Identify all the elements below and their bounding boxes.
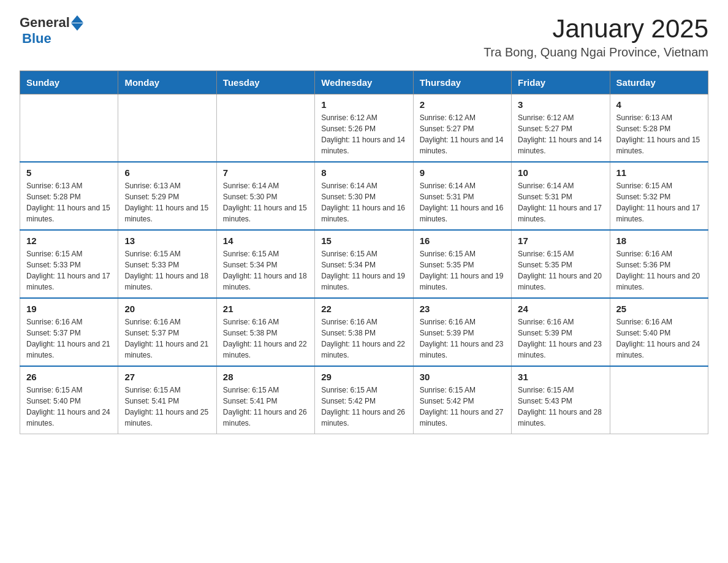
day-number: 10 bbox=[518, 167, 603, 178]
day-number: 23 bbox=[420, 304, 505, 314]
day-info: Sunrise: 6:15 AM Sunset: 5:33 PM Dayligh… bbox=[124, 248, 210, 293]
calendar-cell: 17Sunrise: 6:15 AM Sunset: 5:35 PM Dayli… bbox=[512, 230, 610, 298]
day-number: 1 bbox=[321, 99, 406, 110]
calendar-cell: 6Sunrise: 6:13 AM Sunset: 5:29 PM Daylig… bbox=[118, 162, 216, 230]
day-info: Sunrise: 6:16 AM Sunset: 5:40 PM Dayligh… bbox=[616, 316, 702, 361]
day-info: Sunrise: 6:13 AM Sunset: 5:28 PM Dayligh… bbox=[616, 112, 702, 156]
calendar-cell: 30Sunrise: 6:15 AM Sunset: 5:42 PM Dayli… bbox=[413, 366, 511, 434]
calendar-cell: 10Sunrise: 6:14 AM Sunset: 5:31 PM Dayli… bbox=[512, 162, 610, 230]
calendar-cell bbox=[216, 94, 314, 163]
calendar-cell: 5Sunrise: 6:13 AM Sunset: 5:28 PM Daylig… bbox=[20, 162, 118, 230]
day-number: 4 bbox=[616, 99, 702, 110]
calendar-week-row: 1Sunrise: 6:12 AM Sunset: 5:26 PM Daylig… bbox=[20, 94, 708, 163]
day-number: 16 bbox=[420, 236, 505, 246]
calendar-week-row: 19Sunrise: 6:16 AM Sunset: 5:37 PM Dayli… bbox=[20, 298, 708, 366]
calendar-cell: 21Sunrise: 6:16 AM Sunset: 5:38 PM Dayli… bbox=[216, 298, 314, 366]
calendar-cell: 3Sunrise: 6:12 AM Sunset: 5:27 PM Daylig… bbox=[512, 94, 610, 163]
day-number: 24 bbox=[518, 304, 603, 314]
calendar-cell: 28Sunrise: 6:15 AM Sunset: 5:41 PM Dayli… bbox=[216, 366, 314, 434]
weekday-header-thursday: Thursday bbox=[413, 71, 511, 94]
weekday-header-friday: Friday bbox=[512, 71, 610, 94]
day-info: Sunrise: 6:15 AM Sunset: 5:43 PM Dayligh… bbox=[518, 385, 603, 429]
day-info: Sunrise: 6:15 AM Sunset: 5:33 PM Dayligh… bbox=[26, 248, 112, 293]
calendar-cell: 18Sunrise: 6:16 AM Sunset: 5:36 PM Dayli… bbox=[610, 230, 708, 298]
weekday-header-tuesday: Tuesday bbox=[216, 71, 314, 94]
day-info: Sunrise: 6:13 AM Sunset: 5:28 PM Dayligh… bbox=[26, 180, 112, 224]
day-info: Sunrise: 6:16 AM Sunset: 5:38 PM Dayligh… bbox=[321, 316, 406, 361]
day-number: 3 bbox=[518, 99, 603, 110]
day-number: 12 bbox=[26, 236, 112, 246]
calendar-cell: 9Sunrise: 6:14 AM Sunset: 5:31 PM Daylig… bbox=[413, 162, 511, 230]
day-number: 6 bbox=[124, 167, 210, 178]
day-info: Sunrise: 6:16 AM Sunset: 5:37 PM Dayligh… bbox=[26, 316, 112, 361]
day-info: Sunrise: 6:15 AM Sunset: 5:35 PM Dayligh… bbox=[518, 248, 603, 293]
calendar-week-row: 26Sunrise: 6:15 AM Sunset: 5:40 PM Dayli… bbox=[20, 366, 708, 434]
day-info: Sunrise: 6:15 AM Sunset: 5:40 PM Dayligh… bbox=[26, 385, 112, 429]
day-info: Sunrise: 6:16 AM Sunset: 5:36 PM Dayligh… bbox=[616, 248, 702, 293]
day-number: 18 bbox=[616, 236, 702, 246]
day-number: 31 bbox=[518, 372, 603, 382]
day-number: 20 bbox=[124, 304, 210, 314]
day-number: 26 bbox=[26, 372, 112, 382]
day-number: 28 bbox=[223, 372, 308, 382]
calendar-cell: 12Sunrise: 6:15 AM Sunset: 5:33 PM Dayli… bbox=[20, 230, 118, 298]
calendar-cell: 8Sunrise: 6:14 AM Sunset: 5:30 PM Daylig… bbox=[315, 162, 413, 230]
day-info: Sunrise: 6:16 AM Sunset: 5:38 PM Dayligh… bbox=[223, 316, 308, 361]
day-number: 9 bbox=[420, 167, 505, 178]
day-number: 25 bbox=[616, 304, 702, 314]
day-number: 14 bbox=[223, 236, 308, 246]
day-info: Sunrise: 6:15 AM Sunset: 5:42 PM Dayligh… bbox=[420, 385, 505, 429]
calendar-cell: 24Sunrise: 6:16 AM Sunset: 5:39 PM Dayli… bbox=[512, 298, 610, 366]
calendar-week-row: 5Sunrise: 6:13 AM Sunset: 5:28 PM Daylig… bbox=[20, 162, 708, 230]
logo-general-text: General bbox=[20, 15, 70, 31]
day-info: Sunrise: 6:13 AM Sunset: 5:29 PM Dayligh… bbox=[124, 180, 210, 224]
day-info: Sunrise: 6:15 AM Sunset: 5:41 PM Dayligh… bbox=[223, 385, 308, 429]
day-info: Sunrise: 6:15 AM Sunset: 5:41 PM Dayligh… bbox=[124, 385, 210, 429]
calendar-cell bbox=[118, 94, 216, 163]
calendar-table: SundayMondayTuesdayWednesdayThursdayFrid… bbox=[20, 71, 708, 434]
day-number: 30 bbox=[420, 372, 505, 382]
calendar-cell: 11Sunrise: 6:15 AM Sunset: 5:32 PM Dayli… bbox=[610, 162, 708, 230]
day-number: 11 bbox=[616, 167, 702, 178]
calendar-cell: 26Sunrise: 6:15 AM Sunset: 5:40 PM Dayli… bbox=[20, 366, 118, 434]
day-number: 13 bbox=[124, 236, 210, 246]
logo: General Blue bbox=[20, 15, 83, 47]
day-info: Sunrise: 6:15 AM Sunset: 5:35 PM Dayligh… bbox=[420, 248, 505, 293]
calendar-title: January 2025 bbox=[483, 15, 708, 43]
calendar-cell: 1Sunrise: 6:12 AM Sunset: 5:26 PM Daylig… bbox=[315, 94, 413, 163]
day-number: 5 bbox=[26, 167, 112, 178]
day-info: Sunrise: 6:14 AM Sunset: 5:31 PM Dayligh… bbox=[518, 180, 603, 224]
day-info: Sunrise: 6:16 AM Sunset: 5:37 PM Dayligh… bbox=[124, 316, 210, 361]
day-info: Sunrise: 6:16 AM Sunset: 5:39 PM Dayligh… bbox=[420, 316, 505, 361]
day-info: Sunrise: 6:15 AM Sunset: 5:34 PM Dayligh… bbox=[223, 248, 308, 293]
calendar-cell: 22Sunrise: 6:16 AM Sunset: 5:38 PM Dayli… bbox=[315, 298, 413, 366]
day-info: Sunrise: 6:15 AM Sunset: 5:42 PM Dayligh… bbox=[321, 385, 406, 429]
weekday-header-sunday: Sunday bbox=[20, 71, 118, 94]
day-info: Sunrise: 6:14 AM Sunset: 5:30 PM Dayligh… bbox=[223, 180, 308, 224]
day-info: Sunrise: 6:16 AM Sunset: 5:39 PM Dayligh… bbox=[518, 316, 603, 361]
calendar-cell: 23Sunrise: 6:16 AM Sunset: 5:39 PM Dayli… bbox=[413, 298, 511, 366]
calendar-cell: 31Sunrise: 6:15 AM Sunset: 5:43 PM Dayli… bbox=[512, 366, 610, 434]
weekday-header-saturday: Saturday bbox=[610, 71, 708, 94]
day-number: 27 bbox=[124, 372, 210, 382]
page-header: General Blue January 2025 Tra Bong, Quan… bbox=[20, 15, 708, 59]
weekday-header-monday: Monday bbox=[118, 71, 216, 94]
day-number: 2 bbox=[420, 99, 505, 110]
day-number: 15 bbox=[321, 236, 406, 246]
calendar-cell: 13Sunrise: 6:15 AM Sunset: 5:33 PM Dayli… bbox=[118, 230, 216, 298]
day-info: Sunrise: 6:12 AM Sunset: 5:27 PM Dayligh… bbox=[518, 112, 603, 156]
day-info: Sunrise: 6:14 AM Sunset: 5:30 PM Dayligh… bbox=[321, 180, 406, 224]
calendar-cell: 25Sunrise: 6:16 AM Sunset: 5:40 PM Dayli… bbox=[610, 298, 708, 366]
calendar-cell: 14Sunrise: 6:15 AM Sunset: 5:34 PM Dayli… bbox=[216, 230, 314, 298]
calendar-cell: 27Sunrise: 6:15 AM Sunset: 5:41 PM Dayli… bbox=[118, 366, 216, 434]
day-number: 7 bbox=[223, 167, 308, 178]
calendar-cell: 7Sunrise: 6:14 AM Sunset: 5:30 PM Daylig… bbox=[216, 162, 314, 230]
calendar-cell: 16Sunrise: 6:15 AM Sunset: 5:35 PM Dayli… bbox=[413, 230, 511, 298]
day-number: 8 bbox=[321, 167, 406, 178]
day-info: Sunrise: 6:15 AM Sunset: 5:32 PM Dayligh… bbox=[616, 180, 702, 224]
calendar-cell: 20Sunrise: 6:16 AM Sunset: 5:37 PM Dayli… bbox=[118, 298, 216, 366]
day-number: 21 bbox=[223, 304, 308, 314]
calendar-cell: 29Sunrise: 6:15 AM Sunset: 5:42 PM Dayli… bbox=[315, 366, 413, 434]
weekday-header-wednesday: Wednesday bbox=[315, 71, 413, 94]
weekday-header-row: SundayMondayTuesdayWednesdayThursdayFrid… bbox=[20, 71, 708, 94]
